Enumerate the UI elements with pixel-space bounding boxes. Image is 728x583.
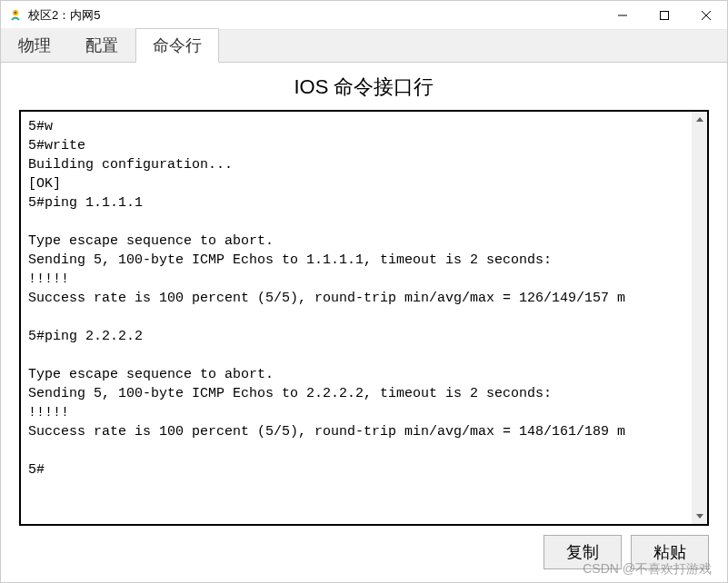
window-title: 校区2：内网5	[28, 7, 100, 24]
minimize-button[interactable]	[602, 1, 643, 30]
tab-cli[interactable]: 命令行	[135, 28, 219, 63]
svg-rect-3	[661, 11, 669, 19]
tab-physical[interactable]: 物理	[1, 28, 68, 62]
tab-config[interactable]: 配置	[68, 28, 135, 62]
maximize-button[interactable]	[643, 1, 685, 30]
cli-heading: IOS 命令接口行	[19, 74, 709, 101]
tab-bar: 物理 配置 命令行	[1, 30, 727, 63]
close-button[interactable]	[685, 1, 727, 30]
watermark-text: CSDN @不喜欢打游戏	[583, 561, 712, 578]
app-icon	[8, 8, 23, 23]
terminal-container: 5#w 5#write Building configuration... [O…	[19, 110, 709, 526]
svg-point-1	[15, 12, 16, 14]
scroll-up-arrow[interactable]	[692, 112, 707, 127]
terminal-output[interactable]: 5#w 5#write Building configuration... [O…	[21, 112, 707, 524]
titlebar: 校区2：内网5	[1, 1, 727, 30]
app-window: 校区2：内网5 物理 配置 命令行 IOS 命令接口行 5#w 5#write …	[0, 0, 728, 583]
scroll-track[interactable]	[692, 127, 707, 509]
terminal-scrollbar[interactable]	[692, 112, 707, 524]
content-area: IOS 命令接口行 5#w 5#write Building configura…	[1, 63, 727, 582]
scroll-down-arrow[interactable]	[692, 509, 707, 524]
